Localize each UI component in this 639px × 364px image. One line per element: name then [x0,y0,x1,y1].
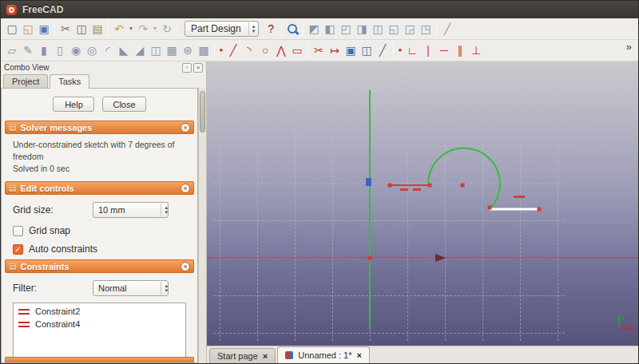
solver-collapse-icon[interactable]: × [181,123,190,133]
constraint-parallel-icon[interactable]: ∥ [452,42,468,58]
sketch-circle-icon[interactable]: ○ [257,42,273,58]
tab-project[interactable]: Project [3,74,48,89]
mirrored-icon[interactable]: ◫ [148,42,164,58]
edit-sketch-icon[interactable]: ✎ [20,42,36,58]
view-axonometric-icon[interactable]: ◳ [418,21,434,37]
sketch-point[interactable] [461,184,465,188]
grid-size-combo[interactable]: 10 mm ▴▾ [93,202,169,218]
undo-dropdown-icon[interactable]: ▾ [127,21,135,37]
constraint-vertical-icon[interactable]: ∣ [420,42,436,58]
constraint-mark[interactable] [413,188,421,191]
x-axis-arrow[interactable] [435,254,446,262]
panel-close-icon[interactable]: × [193,63,203,73]
tab-close-icon[interactable]: × [263,351,268,361]
chamfer-icon[interactable]: ◣ [116,42,132,58]
toolbar-overflow-icon[interactable]: » [623,41,635,53]
next-section-header-clipped[interactable] [5,357,194,362]
trim-edge-icon[interactable]: ✂ [311,42,327,58]
constraints-header[interactable]: ▤ Constraints × [5,259,194,273]
panel-scrollbar[interactable] [198,88,206,363]
panel-float-icon[interactable]: ▫ [182,63,192,73]
redo-dropdown-icon[interactable]: ▾ [151,21,159,37]
sketch-arc[interactable] [428,148,500,208]
redo-icon[interactable]: ↷ [135,21,151,37]
tab-close-icon[interactable]: × [356,350,361,360]
constraint-mark[interactable] [514,196,525,198]
constraint-list[interactable]: Constraint2Constraint4 [13,303,186,363]
view-isometric-icon[interactable]: ◩ [306,21,322,37]
save-document-icon[interactable]: ▣ [36,21,52,37]
3d-viewport[interactable]: yx [207,61,638,347]
undo-icon[interactable]: ↶ [111,21,127,37]
nav-x-arrow-icon[interactable] [629,326,633,330]
groove-icon[interactable]: ◎ [84,42,100,58]
view-left-icon[interactable]: ◲ [402,21,418,37]
document-tab-start-page[interactable]: Start page× [209,348,276,363]
construction-mode-icon[interactable]: ╱ [375,42,391,58]
open-document-icon[interactable]: ◱ [20,21,36,37]
sketch-point[interactable] [368,256,372,260]
spinner-arrows-icon[interactable]: ▴▾ [161,282,168,295]
titlebar[interactable]: FreeCAD [1,1,638,18]
view-rear-icon[interactable]: ◫ [370,21,386,37]
sketch-arc-icon[interactable]: ◝ [241,42,257,58]
sketch-point[interactable] [488,206,492,210]
create-sketch-icon[interactable]: ▱ [4,42,20,58]
sketch-line-icon[interactable]: ╱ [225,42,241,58]
sketch-point[interactable] [428,184,432,188]
constraint-perpendicular-icon[interactable]: ⊥ [468,42,484,58]
constraint-list-item[interactable]: Constraint2 [15,305,184,318]
view-front-icon[interactable]: ◧ [322,21,338,37]
workbench-selector[interactable]: Part Design▴▾ [185,21,259,37]
constraint-mark[interactable] [400,188,408,191]
nav-y-label[interactable]: y [621,314,625,321]
whats-this-icon[interactable]: ? [263,21,279,37]
sketch-point-icon[interactable]: ● [217,42,225,58]
edit-origin-marker[interactable] [366,178,371,186]
draft-icon[interactable]: ◢ [132,42,148,58]
new-document-icon[interactable]: ▢ [4,21,20,37]
grid-snap-checkbox[interactable] [13,226,23,236]
panel-scrollbar-thumb[interactable] [200,91,205,133]
copy-icon[interactable]: ◫ [73,21,89,37]
refresh-icon[interactable]: ↻ [159,21,175,37]
zoom-fit-icon[interactable] [284,21,300,37]
carbon-copy-icon[interactable]: ◫ [359,42,375,58]
constraints-collapse-icon[interactable]: × [181,262,190,271]
extend-edge-icon[interactable]: ↦ [327,42,343,58]
pocket-icon[interactable]: ▯ [52,42,68,58]
linear-pattern-icon[interactable]: ▦ [164,42,180,58]
combo-view-header[interactable]: Combo View ▫ × [1,61,206,73]
view-right-icon[interactable]: ◨ [354,21,370,37]
freecad-logo-icon[interactable] [6,5,17,15]
document-tab-unnamed-1[interactable]: Unnamed : 1*× [277,346,370,363]
tab-tasks[interactable]: Tasks [50,74,89,89]
paste-icon[interactable]: ▤ [89,21,105,37]
constraint-horizontal-icon[interactable]: ─ [436,42,452,58]
nav-y-arrow-icon[interactable] [617,315,621,318]
revolution-icon[interactable]: ◉ [68,42,84,58]
pad-icon[interactable]: ▮ [36,42,52,58]
fillet-icon[interactable]: ◜ [100,42,116,58]
auto-constraints-checkbox[interactable]: ✓ [13,244,23,255]
multitransform-icon[interactable]: ▩ [196,42,212,58]
constraint-filter-combo[interactable]: Normal ▴▾ [93,280,169,296]
sketch-canvas[interactable]: yx [207,61,638,347]
cut-icon[interactable]: ✂ [58,21,73,37]
external-geometry-icon[interactable]: ▣ [343,42,359,58]
spinner-arrows-icon[interactable]: ▴▾ [161,204,168,216]
view-bottom-icon[interactable]: ◱ [386,21,402,37]
view-top-icon[interactable]: ◰ [338,21,354,37]
nav-x-label[interactable]: x [630,330,633,338]
sketch-point[interactable] [388,184,392,188]
edit-controls-header[interactable]: ▤ Edit controls × [5,181,194,195]
help-button[interactable]: Help [53,97,94,112]
close-button[interactable]: Close [102,97,145,112]
sketch-polyline-icon[interactable]: ⋀ [273,42,289,58]
constraint-coincident-icon[interactable]: ● [396,42,404,58]
sketch-point[interactable] [538,208,542,212]
constraint-point-on-object-icon[interactable]: ∟ [404,42,420,58]
solver-messages-header[interactable]: ▤ Solver messages × [5,121,194,134]
constraint-list-item[interactable]: Constraint4 [15,318,184,330]
polar-pattern-icon[interactable]: ⊛ [180,42,196,58]
